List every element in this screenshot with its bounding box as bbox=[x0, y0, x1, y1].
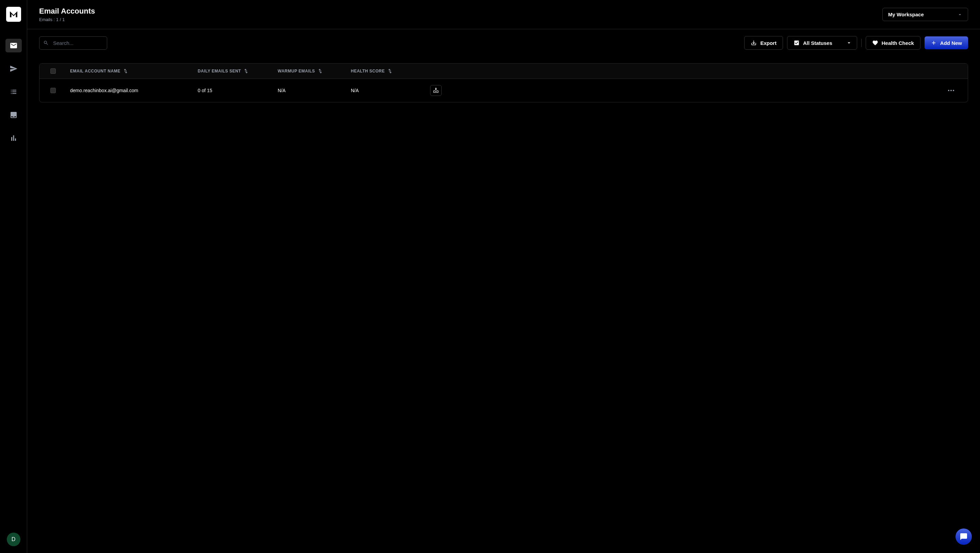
nav-lists[interactable] bbox=[5, 85, 22, 99]
column-warmup-header[interactable]: WARMUP EMAILS bbox=[278, 69, 351, 73]
content-area: Export All Statuses Health Check Add New bbox=[27, 29, 980, 553]
nav-list bbox=[5, 39, 22, 532]
chevron-down-icon bbox=[958, 12, 962, 17]
accounts-table: EMAIL ACCOUNT NAME DAILY EMAILS SENT WAR… bbox=[39, 63, 968, 102]
chat-widget-button[interactable] bbox=[956, 529, 972, 545]
download-icon bbox=[751, 40, 757, 46]
sort-icon bbox=[124, 69, 127, 73]
row-checkbox[interactable] bbox=[50, 88, 56, 93]
sort-icon bbox=[388, 69, 392, 73]
sort-icon bbox=[318, 69, 322, 73]
plus-icon bbox=[931, 40, 937, 46]
export-button[interactable]: Export bbox=[744, 36, 783, 50]
search-input[interactable] bbox=[39, 37, 107, 50]
avatar-initial: D bbox=[11, 536, 16, 542]
row-email-cell: demo.reachinbox.ai@gmail.com bbox=[67, 88, 198, 93]
sidebar: D bbox=[0, 0, 27, 553]
main-content: Email Accounts Emails : 1 / 1 My Workspa… bbox=[27, 0, 980, 553]
row-warmup: N/A bbox=[278, 88, 285, 93]
row-more-button[interactable] bbox=[948, 90, 954, 91]
add-new-button[interactable]: Add New bbox=[924, 37, 968, 49]
row-action-cell bbox=[419, 85, 453, 96]
chevron-down-icon bbox=[846, 40, 852, 46]
page-subtitle: Emails : 1 / 1 bbox=[39, 17, 95, 22]
row-health-cell: N/A bbox=[351, 88, 419, 93]
select-all-checkbox[interactable] bbox=[50, 68, 56, 74]
search-box bbox=[39, 37, 107, 50]
chart-icon bbox=[10, 134, 18, 142]
column-name-label: EMAIL ACCOUNT NAME bbox=[70, 69, 121, 73]
nav-inbox[interactable] bbox=[5, 108, 22, 122]
app-logo[interactable] bbox=[6, 7, 21, 22]
send-icon bbox=[10, 65, 18, 73]
workspace-label: My Workspace bbox=[888, 11, 924, 17]
user-avatar[interactable]: D bbox=[7, 532, 21, 546]
status-filter-button[interactable]: All Statuses bbox=[787, 36, 857, 50]
header-titles: Email Accounts Emails : 1 / 1 bbox=[39, 7, 95, 22]
row-checkbox-cell bbox=[40, 88, 67, 93]
column-daily-label: DAILY EMAILS SENT bbox=[198, 69, 241, 73]
nav-email-accounts[interactable] bbox=[5, 39, 22, 52]
page-title: Email Accounts bbox=[39, 7, 95, 16]
list-icon bbox=[10, 88, 18, 96]
row-warmup-cell: N/A bbox=[278, 88, 351, 93]
row-email: demo.reachinbox.ai@gmail.com bbox=[70, 88, 138, 93]
column-health-label: HEALTH SCORE bbox=[351, 69, 385, 73]
column-name-header[interactable]: EMAIL ACCOUNT NAME bbox=[67, 69, 198, 73]
table-row: demo.reachinbox.ai@gmail.com 0 of 15 N/A… bbox=[40, 79, 968, 102]
health-check-button[interactable]: Health Check bbox=[865, 36, 920, 50]
export-label: Export bbox=[760, 40, 776, 46]
table-header: EMAIL ACCOUNT NAME DAILY EMAILS SENT WAR… bbox=[40, 64, 968, 79]
logo-icon bbox=[9, 10, 18, 19]
sort-icon bbox=[244, 69, 248, 73]
nav-analytics[interactable] bbox=[5, 131, 22, 145]
column-daily-header[interactable]: DAILY EMAILS SENT bbox=[198, 69, 278, 73]
toolbar-divider bbox=[861, 39, 862, 47]
row-daily-cell: 0 of 15 bbox=[198, 88, 278, 93]
inbox-download-icon bbox=[433, 87, 439, 94]
inbox-icon bbox=[10, 111, 18, 119]
search-icon bbox=[43, 40, 49, 46]
status-label: All Statuses bbox=[803, 40, 832, 46]
column-health-header[interactable]: HEALTH SCORE bbox=[351, 69, 419, 73]
mail-icon bbox=[10, 41, 18, 50]
page-header: Email Accounts Emails : 1 / 1 My Workspa… bbox=[27, 0, 980, 29]
add-new-label: Add New bbox=[940, 40, 962, 46]
row-health: N/A bbox=[351, 88, 359, 93]
column-warmup-label: WARMUP EMAILS bbox=[278, 69, 315, 73]
workspace-selector[interactable]: My Workspace bbox=[882, 8, 968, 21]
row-daily: 0 of 15 bbox=[198, 88, 212, 93]
heart-pulse-icon bbox=[872, 40, 878, 46]
chat-icon bbox=[959, 532, 968, 541]
health-check-label: Health Check bbox=[882, 40, 914, 46]
inbox-action-button[interactable] bbox=[430, 85, 442, 96]
nav-campaigns[interactable] bbox=[5, 62, 22, 76]
toolbar: Export All Statuses Health Check Add New bbox=[39, 36, 968, 50]
header-checkbox-cell bbox=[40, 68, 67, 74]
checklist-icon bbox=[794, 40, 800, 46]
row-more-cell bbox=[453, 90, 968, 91]
